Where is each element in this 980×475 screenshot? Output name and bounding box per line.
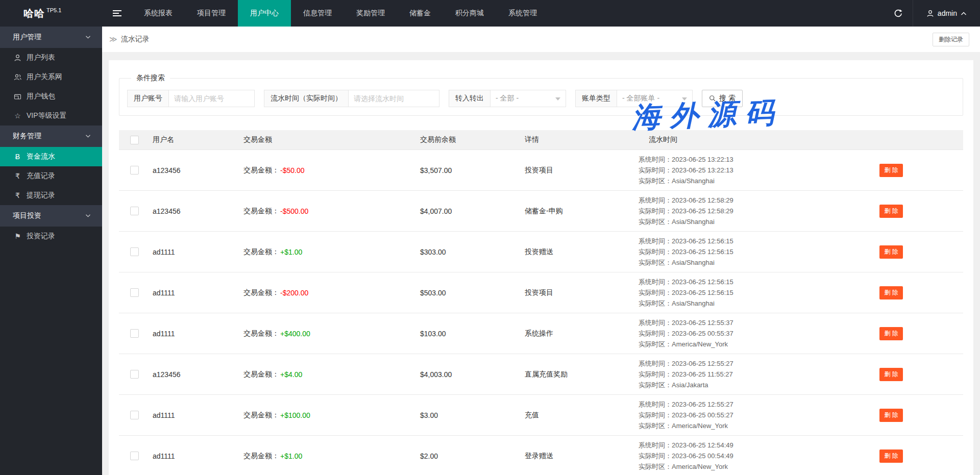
nav-item-6[interactable]: 储蓄金	[397, 0, 443, 27]
sidebar-item-7[interactable]: Ƀ 资金流水	[0, 147, 102, 166]
nav-item-label: 项目管理	[197, 9, 226, 18]
nav-item-label: 系统管理	[508, 9, 537, 18]
row-checkbox[interactable]	[130, 288, 139, 297]
timezone-label: 实际时区：	[639, 299, 672, 307]
timezone-label: 实际时区：	[639, 177, 672, 185]
search-button[interactable]: 搜 索	[702, 90, 743, 107]
amount-prefix-label: 交易金额：	[243, 247, 279, 257]
amount-prefix-label: 交易金额：	[243, 370, 279, 379]
nav-item-5[interactable]: 奖励管理	[344, 0, 397, 27]
sidebar-item-8[interactable]: ₹ 充值记录	[0, 166, 102, 186]
sidebar-toggle-button[interactable]	[102, 0, 132, 27]
system-time-value: 2023-06-25 12:54:49	[672, 441, 733, 449]
nav-item-3[interactable]: 用户中心	[238, 0, 291, 27]
system-time-value: 2023-06-25 13:22:13	[672, 156, 733, 163]
sidebar-item-4[interactable]: 用户钱包	[0, 87, 102, 106]
header-username: 用户名	[153, 130, 243, 149]
actual-time-label: 实际时间：	[639, 289, 672, 296]
timezone-value: America/New_York	[672, 340, 728, 348]
search-fieldset: 条件搜索 用户账号 流水时间（实际时间） 转入转出	[119, 73, 963, 116]
nav-item-8[interactable]: 系统管理	[496, 0, 549, 27]
actual-time-label: 实际时间：	[639, 411, 672, 419]
row-checkbox[interactable]	[130, 207, 139, 215]
delete-row-button[interactable]: 删 除	[879, 409, 903, 422]
row-checkbox[interactable]	[130, 452, 139, 460]
row-checkbox[interactable]	[130, 329, 139, 338]
row-amount: 交易金额： -$500.00	[243, 191, 420, 231]
amount-prefix-label: 交易金额：	[243, 166, 279, 175]
sidebar-item-label: 充值记录	[27, 171, 55, 181]
delete-row-button[interactable]: 删 除	[879, 327, 903, 340]
row-username: a123456	[153, 150, 243, 190]
nav-item-7[interactable]: 积分商城	[443, 0, 496, 27]
nav-item-1[interactable]: 系统报表	[132, 0, 185, 27]
app-logo[interactable]: 哈哈 TP5.1	[0, 0, 102, 27]
delete-row-button[interactable]: 删 除	[879, 205, 903, 218]
row-balance: $3.00	[420, 395, 525, 435]
sidebar-item-label: 用户列表	[27, 53, 55, 62]
nav-item-label: 用户中心	[250, 9, 279, 18]
delete-row-button[interactable]: 删 除	[879, 286, 903, 299]
top-navbar: 哈哈 TP5.1 系统报表项目管理用户中心信息管理奖励管理储蓄金积分商城系统管理…	[0, 0, 980, 27]
actual-time-value: 2023-06-25 12:58:29	[672, 207, 733, 215]
actual-time-label: 实际时间：	[639, 207, 672, 215]
actual-time-value: 2023-06-25 13:22:13	[672, 166, 733, 174]
sidebar-item-2[interactable]: 用户列表	[0, 48, 102, 67]
actual-time-label: 实际时间：	[639, 370, 672, 378]
sidebar-item-11[interactable]: ⚑ 投资记录	[0, 227, 102, 246]
bill-type-select-value: - 全部账单 -	[622, 94, 659, 103]
flag-icon: ⚑	[13, 233, 22, 240]
row-checkbox[interactable]	[130, 166, 139, 174]
row-detail: 直属充值奖励	[525, 354, 639, 394]
row-username: ad1111	[153, 436, 243, 475]
sidebar-item-9[interactable]: ₹ 提现记录	[0, 186, 102, 205]
delete-row-button[interactable]: 删 除	[879, 245, 903, 259]
chevron-down-icon	[85, 214, 91, 218]
sidebar-group-1[interactable]: 用户管理	[0, 27, 102, 48]
sidebar-item-3[interactable]: 用户关系网	[0, 67, 102, 87]
row-amount: 交易金额： +$1.00	[243, 436, 420, 475]
sidebar-item-label: 用户钱包	[27, 92, 55, 101]
flow-time-input[interactable]	[349, 90, 439, 107]
select-all-checkbox[interactable]	[130, 136, 139, 144]
delete-row-button[interactable]: 删 除	[879, 449, 903, 463]
sidebar-item-5[interactable]: ☆ VIP等级设置	[0, 106, 102, 126]
direction-select-value: - 全部 -	[496, 94, 519, 103]
timezone-value: Asia/Jakarta	[672, 381, 708, 389]
delete-row-button[interactable]: 删 除	[879, 164, 903, 177]
system-time-label: 系统时间：	[639, 401, 672, 408]
refresh-button[interactable]	[884, 0, 913, 27]
row-amount: 交易金额： +$4.00	[243, 354, 420, 394]
row-balance: $4,007.00	[420, 191, 525, 231]
row-checkbox[interactable]	[130, 370, 139, 379]
direction-select[interactable]: - 全部 -	[491, 90, 566, 107]
row-checkbox[interactable]	[130, 247, 139, 256]
account-input[interactable]	[169, 90, 255, 107]
nav-item-label: 系统报表	[144, 9, 173, 18]
sidebar-group-6[interactable]: 财务管理	[0, 126, 102, 147]
row-time: 系统时间：2023-06-25 13:22:13 实际时间：2023-06-25…	[639, 150, 838, 190]
sidebar-item-label: 用户关系网	[27, 72, 62, 82]
row-username: ad1111	[153, 272, 243, 313]
nav-item-2[interactable]: 项目管理	[185, 0, 238, 27]
actual-time-value: 2023-06-25 00:55:37	[672, 330, 733, 337]
flow-time-group: 流水时间（实际时间）	[264, 90, 439, 107]
top-nav-menu: 系统报表项目管理用户中心信息管理奖励管理储蓄金积分商城系统管理	[132, 0, 549, 27]
actual-time-label: 实际时间：	[639, 166, 672, 174]
row-detail: 投资项目	[525, 272, 639, 313]
amount-value: +$1.00	[280, 248, 302, 256]
timezone-label: 实际时区：	[639, 218, 672, 226]
nav-item-4[interactable]: 信息管理	[291, 0, 344, 27]
content-card: 条件搜索 用户账号 流水时间（实际时间） 转入转出	[109, 60, 973, 475]
user-menu[interactable]: admin	[913, 0, 980, 27]
account-label: 用户账号	[127, 90, 169, 107]
direction-label: 转入转出	[449, 90, 491, 107]
sidebar-group-10[interactable]: 项目投资	[0, 205, 102, 227]
bill-type-select[interactable]: - 全部账单 -	[617, 90, 693, 107]
row-checkbox[interactable]	[130, 411, 139, 419]
sidebar-group-label: 用户管理	[13, 33, 41, 42]
row-detail: 投资项目	[525, 150, 639, 190]
delete-row-button[interactable]: 删 除	[879, 368, 903, 381]
delete-records-button[interactable]: 删除记录	[933, 33, 969, 46]
system-time-value: 2023-06-25 12:56:15	[672, 278, 733, 286]
